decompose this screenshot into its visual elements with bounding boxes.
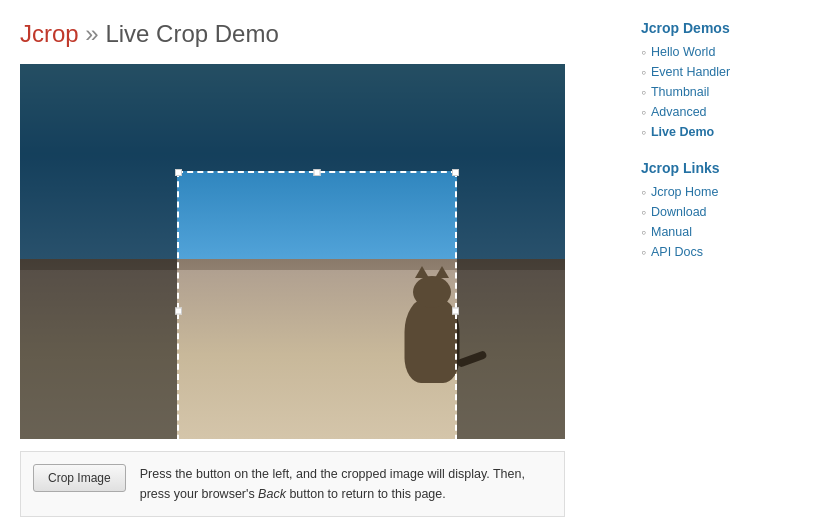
- sidebar-item-links[interactable]: Download: [641, 204, 796, 220]
- links-title: Jcrop Links: [641, 160, 796, 176]
- sidebar-item-demos[interactable]: Advanced: [641, 104, 796, 120]
- crop-controls: Crop Image Press the button on the left,…: [20, 451, 565, 517]
- handle-middle-right[interactable]: [452, 308, 459, 315]
- handle-middle-left[interactable]: [175, 308, 182, 315]
- brand-name: Jcrop: [20, 20, 79, 47]
- description-italic: Back: [258, 487, 286, 501]
- handle-top-right[interactable]: [452, 169, 459, 176]
- overlay-left: [20, 171, 177, 439]
- sidebar: Jcrop Demos Hello WorldEvent HandlerThum…: [641, 20, 796, 517]
- title-arrow: »: [79, 20, 106, 47]
- crop-description: Press the button on the left, and the cr…: [140, 464, 552, 504]
- links-section: Jcrop Links Jcrop HomeDownloadManualAPI …: [641, 160, 796, 260]
- sidebar-item-links[interactable]: API Docs: [641, 244, 796, 260]
- handle-top-middle[interactable]: [314, 169, 321, 176]
- sidebar-item-demos[interactable]: Event Handler: [641, 64, 796, 80]
- handle-top-left[interactable]: [175, 169, 182, 176]
- overlay-right: [457, 171, 565, 439]
- sidebar-item-links[interactable]: Manual: [641, 224, 796, 240]
- description-text-after: button to return to this page.: [286, 487, 446, 501]
- main-content: Jcrop » Live Crop Demo: [20, 20, 621, 517]
- overlay-top: [20, 64, 565, 171]
- sidebar-item-demos[interactable]: Hello World: [641, 44, 796, 60]
- crop-image-button[interactable]: Crop Image: [33, 464, 126, 492]
- page-subtitle: Live Crop Demo: [105, 20, 278, 47]
- demos-list: Hello WorldEvent HandlerThumbnailAdvance…: [641, 44, 796, 140]
- page-title: Jcrop » Live Crop Demo: [20, 20, 621, 48]
- links-list: Jcrop HomeDownloadManualAPI Docs: [641, 184, 796, 260]
- sidebar-item-links[interactable]: Jcrop Home: [641, 184, 796, 200]
- sidebar-item-demos[interactable]: Thumbnail: [641, 84, 796, 100]
- crop-selection[interactable]: [177, 171, 457, 439]
- sidebar-item-demos[interactable]: Live Demo: [641, 124, 796, 140]
- demos-section: Jcrop Demos Hello WorldEvent HandlerThum…: [641, 20, 796, 140]
- image-container: [20, 64, 565, 439]
- demos-title: Jcrop Demos: [641, 20, 796, 36]
